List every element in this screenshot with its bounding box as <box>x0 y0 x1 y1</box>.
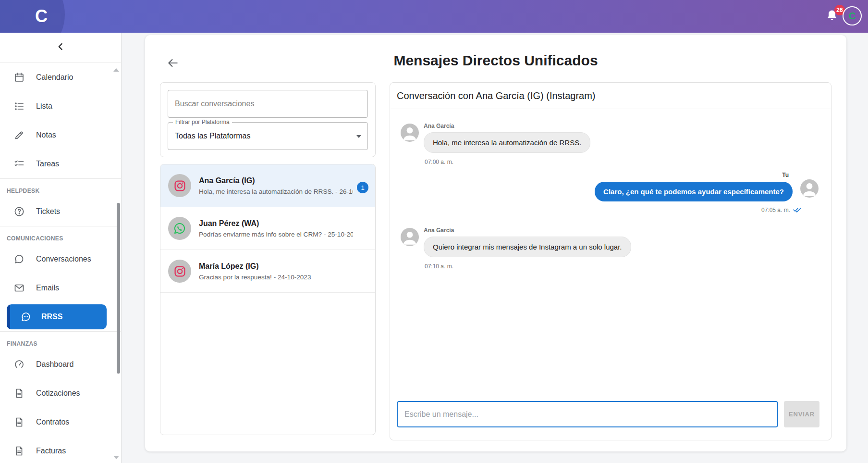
sidebar-item-emails[interactable]: Emails <box>0 274 121 302</box>
message-bubble: Quiero integrar mis mensajes de Instagra… <box>424 237 631 257</box>
conversation-preview: Hola, me interesa la automatización de R… <box>199 188 353 195</box>
chat-panel: Conversación con Ana García (IG) (Instag… <box>390 82 831 440</box>
unread-count-badge: 1 <box>357 182 368 193</box>
sidebar-item-label: RRSS <box>41 313 62 321</box>
timestamp-row: 07:05 a. m. <box>761 206 801 214</box>
sidebar-item-label: Contratos <box>36 418 69 426</box>
conversation-name: Juan Pérez (WA) <box>199 219 353 228</box>
message-sender: Tu <box>782 172 789 178</box>
sidebar-scroll-up-arrow[interactable] <box>113 68 119 72</box>
conversation-texts: Juan Pérez (WA)Podrías enviarme más info… <box>199 219 367 238</box>
platform-filter-label: Filtrar por Plataforma <box>173 119 232 125</box>
sidebar-section-header-comunicaciones: COMUNICACIONES <box>0 226 121 245</box>
sidebar-item-cotizaciones[interactable]: Cotizaciones <box>0 379 121 408</box>
chat-dots-icon <box>20 311 32 323</box>
chevron-left-icon <box>55 41 66 54</box>
main-content-card: Mensajes Directos Unificados Filtrar por… <box>145 35 846 451</box>
sidebar-item-label: Notas <box>36 131 56 139</box>
sidebar-nav: CalendarioListaNotasTareasHELPDESKTicket… <box>0 63 121 463</box>
conversation-texts: María López (IG)Gracias por la respuesta… <box>199 262 367 281</box>
instagram-avatar-icon <box>168 260 191 283</box>
sidebar-item-lista[interactable]: Lista <box>0 92 121 121</box>
sidebar-item-tickets[interactable]: Tickets <box>0 197 121 226</box>
logo-letter: C <box>35 6 49 26</box>
top-app-bar: C 26 C <box>0 0 868 33</box>
message-outgoing: TuClaro, ¿en qué te podemos ayudar espec… <box>401 172 819 214</box>
message-incoming: Ana GarcíaQuiero integrar mis mensajes d… <box>401 227 819 270</box>
sidebar-item-facturas[interactable]: Facturas <box>0 437 121 463</box>
sidebar-item-notas[interactable]: Notas <box>0 121 121 150</box>
sidebar-item-label: Tareas <box>36 160 59 168</box>
mail-icon <box>13 282 25 294</box>
checklist-icon <box>13 158 25 170</box>
conversation-row-maria-lopez-ig[interactable]: María López (IG)Gracias por la respuesta… <box>160 250 375 293</box>
sidebar-item-rrss[interactable]: RRSS <box>7 304 107 329</box>
message-incoming: Ana GarcíaHola, me interesa la automatiz… <box>401 123 819 165</box>
pencil-icon <box>13 129 25 141</box>
person-avatar-icon <box>800 179 819 198</box>
chat-header: Conversación con Ana García (IG) (Instag… <box>396 90 819 109</box>
conversation-row-juan-perez-wa[interactable]: Juan Pérez (WA)Podrías enviarme más info… <box>160 207 375 250</box>
instagram-avatar-icon <box>168 174 191 197</box>
message-timestamp: 07:00 a. m. <box>425 159 590 165</box>
sidebar-section-header-finanzas: FINANZAS <box>0 332 121 350</box>
whatsapp-avatar-icon <box>168 217 191 240</box>
message-content: Ana GarcíaQuiero integrar mis mensajes d… <box>424 227 631 270</box>
double-check-icon <box>793 206 801 214</box>
message-bubble: Hola, me interesa la automatización de R… <box>424 132 590 153</box>
sidebar-item-label: Conversaciones <box>36 255 91 263</box>
person-avatar-icon <box>401 124 419 142</box>
message-sender: Ana García <box>424 123 590 129</box>
document-icon <box>13 388 25 399</box>
conversation-list: Ana García (IG)Hola, me interesa la auto… <box>160 164 376 435</box>
sidebar-item-dashboard[interactable]: Dashboard <box>0 350 121 379</box>
sidebar-item-conversaciones[interactable]: Conversaciones <box>0 245 121 274</box>
platform-filter-select[interactable]: Filtrar por Plataforma Todas las Platafo… <box>168 122 368 150</box>
chevron-down-icon <box>356 135 361 138</box>
message-content: Ana GarcíaHola, me interesa la automatiz… <box>424 123 590 165</box>
sidebar-scroll-down-arrow[interactable] <box>113 456 119 459</box>
message-timestamp: 07:05 a. m. <box>761 207 790 213</box>
document-icon <box>13 416 25 428</box>
sidebar-item-tareas[interactable]: Tareas <box>0 150 121 178</box>
sidebar-item-label: Dashboard <box>36 360 73 369</box>
notifications-button[interactable]: 26 <box>825 9 841 25</box>
conversation-texts: Ana García (IG)Hola, me interesa la auto… <box>199 176 367 195</box>
search-input[interactable] <box>168 90 368 118</box>
user-avatar[interactable]: C <box>843 6 862 25</box>
help-icon <box>13 206 25 217</box>
chat-messages-area: Ana GarcíaHola, me interesa la automatiz… <box>396 109 819 396</box>
sidebar-item-contratos[interactable]: Contratos <box>0 408 121 437</box>
message-bubble: Claro, ¿en qué te podemos ayudar específ… <box>595 182 793 201</box>
sidebar-item-label: Calendario <box>36 73 73 82</box>
message-timestamp: 07:10 a. m. <box>425 263 631 270</box>
app-logo: C <box>35 7 49 26</box>
chat-icon <box>13 253 25 265</box>
sidebar-scrollbar-thumb[interactable] <box>117 203 120 374</box>
collapse-sidebar-button[interactable] <box>52 39 69 56</box>
sidebar-item-label: Tickets <box>36 207 60 216</box>
conversation-name: Ana García (IG) <box>199 176 353 185</box>
person-avatar-icon <box>401 228 419 246</box>
search-filter-panel: Filtrar por Plataforma Todas las Platafo… <box>160 82 376 157</box>
message-input[interactable] <box>397 401 778 427</box>
sidebar-item-label: Cotizaciones <box>36 389 80 398</box>
conversation-name: María López (IG) <box>199 262 353 271</box>
sidebar-collapse-row <box>0 33 121 63</box>
sidebar-item-calendario[interactable]: Calendario <box>0 63 121 92</box>
document-icon <box>13 445 25 457</box>
chat-input-row: ENVIAR <box>396 401 819 427</box>
message-sender: Ana García <box>424 227 631 234</box>
sidebar: CalendarioListaNotasTareasHELPDESKTicket… <box>0 33 122 463</box>
sidebar-item-label: Facturas <box>36 447 66 455</box>
list-icon <box>13 100 25 112</box>
send-button[interactable]: ENVIAR <box>784 401 819 427</box>
gauge-icon <box>13 359 25 370</box>
conversation-preview: Gracias por la respuesta! - 24-10-2023 <box>199 274 353 281</box>
conversation-preview: Podrías enviarme más info sobre el CRM? … <box>199 231 353 238</box>
bell-icon <box>825 16 839 25</box>
sidebar-item-label: Lista <box>36 102 52 111</box>
sidebar-item-label: Emails <box>36 284 59 292</box>
conversation-row-ana-garcia-ig[interactable]: Ana García (IG)Hola, me interesa la auto… <box>160 164 375 207</box>
avatar-letter: C <box>848 10 856 22</box>
